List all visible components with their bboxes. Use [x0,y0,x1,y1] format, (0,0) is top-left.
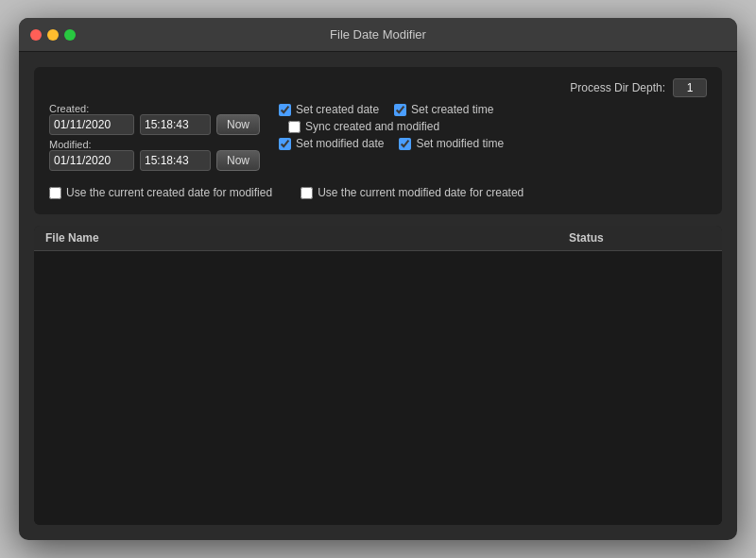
col-filename-header: File Name [45,231,569,245]
left-section: Created: Now Modified: Now [49,103,260,175]
maximize-button[interactable] [64,29,76,41]
set-created-date-item[interactable]: Set created date [279,103,379,116]
modified-time-input[interactable] [140,150,211,171]
set-modified-date-checkbox[interactable] [279,138,291,150]
created-now-button[interactable]: Now [216,114,260,135]
set-created-time-checkbox[interactable] [394,104,406,116]
set-modified-date-label: Set modified date [296,137,384,150]
titlebar: File Date Modifier [19,18,737,52]
set-created-time-label: Set created time [411,103,493,116]
sync-created-modified-label: Sync created and modified [305,120,439,133]
traffic-lights [30,29,76,41]
modified-now-button[interactable]: Now [216,150,260,171]
set-created-date-checkbox[interactable] [279,104,291,116]
file-list-header: File Name Status [34,226,722,251]
use-created-for-modified-checkbox[interactable] [49,187,61,199]
process-depth-label: Process Dir Depth: [570,81,665,94]
set-modified-time-label: Set modified time [416,137,504,150]
set-modified-time-item[interactable]: Set modified time [399,137,504,150]
modified-row: Now [49,150,260,171]
top-panel: Process Dir Depth: Created: Now Modifie [34,67,722,214]
created-time-input[interactable] [140,114,211,135]
file-list-panel: File Name Status [34,226,722,525]
col-status-header: Status [569,231,711,245]
use-modified-for-created-item[interactable]: Use the current modified date for create… [301,186,524,199]
created-label: Created: [49,103,111,114]
content-area: Process Dir Depth: Created: Now Modifie [19,52,737,540]
bottom-checkboxes: Use the current created date for modifie… [49,182,707,203]
file-list-body[interactable] [34,251,722,525]
close-button[interactable] [30,29,42,41]
created-section: Created: Now [49,103,260,135]
created-date-input[interactable] [49,114,134,135]
minimize-button[interactable] [47,29,59,41]
set-modified-date-item[interactable]: Set modified date [279,137,384,150]
window-title: File Date Modifier [330,27,426,42]
use-modified-for-created-checkbox[interactable] [301,187,313,199]
use-created-for-modified-label: Use the current created date for modifie… [66,186,272,199]
created-row: Now [49,114,260,135]
set-created-time-item[interactable]: Set created time [394,103,493,116]
sync-row: Sync created and modified [279,120,707,133]
modified-label: Modified: [49,139,111,150]
main-window: File Date Modifier Process Dir Depth: Cr… [19,18,737,540]
process-depth-row: Process Dir Depth: [49,78,707,97]
use-modified-for-created-label: Use the current modified date for create… [318,186,524,199]
right-section: Set created date Set created time Sync c… [279,103,707,175]
modified-section: Modified: Now [49,139,260,171]
set-created-date-label: Set created date [296,103,379,116]
modified-date-input[interactable] [49,150,134,171]
set-modified-time-checkbox[interactable] [399,138,411,150]
use-created-for-modified-item[interactable]: Use the current created date for modifie… [49,186,272,199]
modified-checkboxes-row: Set modified date Set modified time [279,137,707,150]
top-panel-inner: Created: Now Modified: Now [49,103,707,175]
sync-created-modified-checkbox[interactable] [288,121,301,133]
process-depth-input[interactable] [673,78,707,97]
sync-created-modified-item[interactable]: Sync created and modified [288,120,439,133]
created-checkboxes-row: Set created date Set created time [279,103,707,116]
